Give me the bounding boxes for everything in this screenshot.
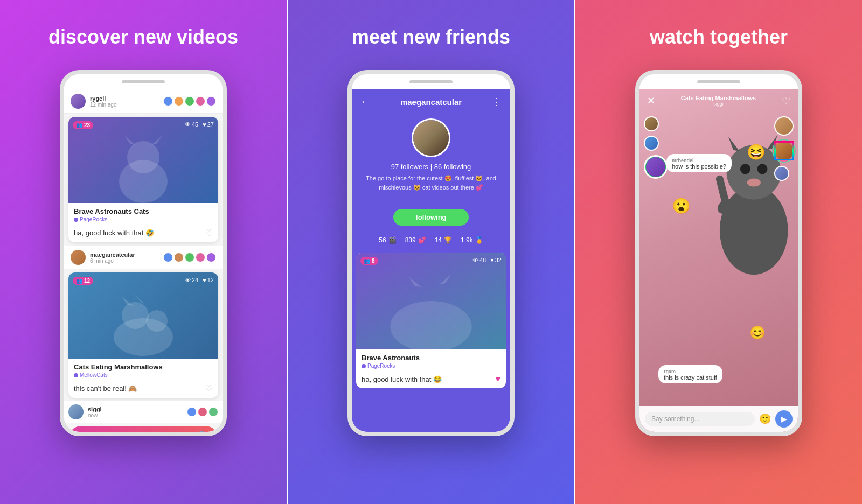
comment-user-1: mrbendel — [672, 158, 694, 163]
watch-avatars-left — [644, 116, 668, 179]
profile-video-title: Brave Astronauts — [362, 354, 500, 362]
find-video-button[interactable]: 🎯🎬 Find a video — [68, 426, 218, 432]
count-emoji-3: 🏆 — [444, 236, 452, 244]
watch-screen: ✕ Cats Eating Marshmallows siggi ♡ 😆 😮 😊 — [639, 89, 798, 432]
video-card-2[interactable]: 👥 12 👁 24 ♥ 12 Cats Eating Marshmallows … — [68, 272, 218, 398]
watcher-avatar-2 — [644, 136, 659, 151]
close-button[interactable]: ✕ — [647, 95, 655, 107]
heart-icon-1[interactable]: ♡ — [205, 228, 213, 238]
watch-input-bar: Say something... 🙂 ▶ — [639, 406, 798, 432]
siggi-time: now — [88, 412, 183, 418]
watch-panel: watch together — [575, 0, 862, 504]
siggi-info: siggi now — [88, 406, 183, 418]
avatar-maegan — [71, 250, 86, 265]
count-followers: 1.9k 🏅 — [461, 236, 483, 244]
comment-text-1: how is this possible? — [672, 163, 726, 170]
profile-heart-icon[interactable]: ♥ — [496, 374, 501, 384]
profile-screen: ← maegancatcular ⋮ 97 followers | 86 fol… — [352, 89, 510, 432]
header-avatars — [163, 96, 216, 106]
profile-badge: 👥 8 — [360, 257, 378, 265]
comment-bubble-2: rgam this is crazy cat stuff — [658, 365, 722, 383]
heart-icon-2[interactable]: ♡ — [205, 383, 213, 394]
comment-text-2: this is crazy cat stuff — [664, 374, 717, 381]
count-value-4: 1.9k — [461, 236, 473, 244]
video-channel-1: PageRocks — [74, 216, 213, 222]
profile-video-info: Brave Astronauts PageRocks — [356, 349, 506, 371]
watch-heart-button[interactable]: ♡ — [782, 95, 790, 107]
watcher-avatar-3 — [646, 157, 665, 177]
video-info-2: Cats Eating Marshmallows MellowCats — [68, 359, 218, 380]
phone-mockup-3: ✕ Cats Eating Marshmallows siggi ♡ 😆 😮 😊 — [635, 70, 802, 436]
video-title-1: Brave Astronauts Cats — [74, 207, 213, 215]
profile-video-card[interactable]: 👥 8 👁 48 ♥ 32 Brave Astronauts PageRocks — [356, 253, 506, 388]
watch-avatar-1 — [644, 116, 668, 131]
profile-video-stats: 👁 48 ♥ 32 — [472, 257, 502, 263]
profile-comment-text: ha, good luck with that 😂 — [362, 375, 492, 383]
emoji-heart: 😊 — [749, 325, 766, 340]
mini-avatar-2 — [174, 96, 184, 106]
watch-avatar-3-container — [644, 155, 668, 179]
mini-av-b2 — [174, 253, 184, 262]
mini-avatar-1 — [163, 96, 173, 106]
count-likes: 839 💕 — [405, 236, 426, 244]
watch-input-field[interactable]: Say something... — [645, 412, 755, 426]
friends-panel: meet new friends ← maegancatcular ⋮ 97 f… — [288, 0, 574, 504]
profile-stats: 97 followers | 86 following — [391, 163, 471, 171]
phone-screen-2: ← maegancatcular ⋮ 97 followers | 86 fol… — [352, 89, 510, 432]
svg-marker-16 — [728, 137, 740, 151]
mini-av-b4 — [196, 253, 205, 262]
count-value-3: 14 — [435, 236, 442, 244]
header-time: 12 min ago — [90, 102, 159, 108]
siggi-avatars — [187, 407, 218, 417]
follow-btn-container: following — [352, 204, 510, 231]
video-thumb-1: 👥 23 👁 45 ♥ 27 — [68, 117, 218, 203]
sig-av-2 — [198, 407, 207, 417]
watcher-avatar-right-3 — [774, 166, 789, 181]
watch-avatar-2 — [644, 136, 668, 151]
video-card-1[interactable]: 👥 23 👁 45 ♥ 27 Brave Astronauts Cats Pag… — [68, 117, 218, 242]
count-value-1: 56 — [379, 236, 386, 244]
header-username: rygell — [90, 95, 159, 102]
phone-screen-3: ✕ Cats Eating Marshmallows siggi ♡ 😆 😮 😊 — [639, 89, 798, 432]
mini-avatar-3 — [185, 96, 194, 106]
svg-point-6 — [146, 310, 168, 332]
follow-button[interactable]: following — [393, 209, 469, 226]
comment-text-2: this can't be real! 🙈 — [74, 384, 202, 393]
watch-title-heading: watch together — [650, 26, 788, 48]
profile-video-channel: PageRocks — [362, 363, 500, 369]
header-text: rygell 12 min ago — [90, 95, 159, 108]
back-arrow[interactable]: ← — [360, 96, 370, 108]
discover-title: discover new videos — [48, 26, 238, 48]
svg-point-1 — [127, 141, 159, 173]
profile-header-bar: ← maegancatcular ⋮ — [352, 89, 510, 114]
emoji-picker-button[interactable]: 🙂 — [759, 413, 771, 425]
emoji-surprised: 😮 — [672, 197, 691, 215]
friends-title: meet new friends — [352, 26, 510, 48]
profile-username-header: maegancatcular — [400, 97, 462, 107]
send-button[interactable]: ▶ — [775, 410, 793, 428]
phone-mockup-1: rygell 12 min ago — [60, 70, 227, 436]
mini-av-b3 — [185, 253, 194, 262]
count-value-2: 839 — [405, 236, 416, 244]
between-row: maegancatcular 6 min ago — [64, 246, 223, 269]
watcher-avatar-right-1 — [774, 116, 794, 136]
watch-title-area: Cats Eating Marshmallows siggi — [681, 95, 756, 107]
svg-point-18 — [740, 164, 750, 174]
profile-comment-row: ha, good luck with that 😂 ♥ — [356, 371, 506, 388]
svg-point-20 — [747, 178, 761, 186]
watch-video-title: Cats Eating Marshmallows — [681, 95, 756, 101]
count-emoji-4: 🏅 — [475, 236, 483, 244]
notch-bar-3 — [697, 80, 740, 83]
feed-container: rygell 12 min ago — [64, 89, 223, 432]
notch-bar — [122, 80, 165, 83]
between-avatars — [163, 253, 216, 262]
watch-video-subtitle: siggi — [681, 101, 756, 107]
profile-video-thumb: 👥 8 👁 48 ♥ 32 — [356, 253, 506, 349]
watch-avatars-right — [774, 116, 794, 181]
comment-row-2: this can't be real! 🙈 ♡ — [68, 380, 218, 398]
comment-bubble-1: mrbendel how is this possible? — [666, 154, 732, 172]
video-stats-2: 👁 24 ♥ 12 — [185, 277, 214, 283]
video-info-1: Brave Astronauts Cats PageRocks — [68, 203, 218, 225]
more-dots[interactable]: ⋮ — [492, 96, 502, 108]
phone-screen-1: rygell 12 min ago — [64, 89, 223, 432]
